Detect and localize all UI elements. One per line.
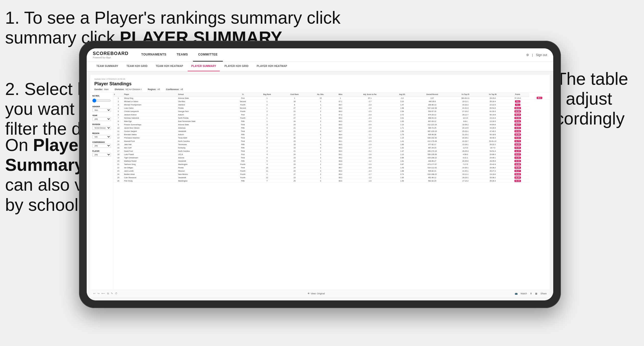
cell-0-9: -3.2 [391, 96, 413, 100]
table-row[interactable]: 7Nicholas GabrelcikNorth FloridaFourth12… [113, 116, 550, 120]
cell-13-12: 53-91-10 [479, 140, 506, 143]
copy-icon[interactable]: ⧉ [107, 292, 109, 295]
table-row[interactable]: 9Preston SummerhaysArizona StateThird324… [113, 123, 550, 126]
table-row[interactable]: 10Jacob Skov OlesenArkansasFifth321468.4… [113, 126, 550, 130]
cell-14-3: Fifth [232, 143, 254, 146]
cell-16-8: -0.2 [348, 149, 391, 153]
undo-icon[interactable]: ↩ [93, 292, 95, 295]
table-row[interactable]: 8Mats EgeEast Tennessee StateFifth124268… [113, 120, 550, 123]
share-label[interactable]: Share [540, 292, 547, 295]
cell-21-8: -0.9 [348, 166, 391, 169]
table-row[interactable]: 6Jackson KoivunAuburnFirst227167.3-2.02.… [113, 113, 550, 116]
cell-21-5: 24 [280, 166, 309, 169]
cell-0-8: 67.1 [348, 96, 391, 100]
cell-22-9: 1.68 [391, 169, 413, 173]
logo-area: SCOREBOARD Powered by clippi [93, 51, 128, 59]
download-icon[interactable]: ⬇ [530, 292, 532, 295]
sub-nav-team-h2h-heatmap[interactable]: TEAM H2H HEATMAP [152, 62, 187, 71]
table-row[interactable]: 11Gordon SargentVanderbiltThird421068.7-… [113, 130, 550, 133]
cell-16-6: 0 [309, 149, 333, 153]
table-row[interactable]: 5Christo LamprechtGeorgia TechFourth2212… [113, 110, 550, 113]
conference-select[interactable]: (All) [92, 144, 111, 148]
cell-17-12: 20-68-3 [479, 153, 506, 156]
table-row[interactable]: 17David FordNorth CarolinaThird421069.0-… [113, 149, 550, 153]
table-row[interactable]: 12Brendan ValdesAuburnFifth527068.4-1.11… [113, 133, 550, 136]
nav-item-committee[interactable]: COMMITTEE [193, 48, 223, 62]
division-select[interactable]: NCAA Division I [92, 126, 111, 130]
table-row[interactable]: 25Cole SherwoodVanderbiltFourth1223169.3… [113, 176, 550, 179]
table-row[interactable]: 4Luke ClatonFloridaSecond127268.2-1.61.9… [113, 106, 550, 110]
table-row[interactable]: 18Luke PowellUCLAFirst424169.1-1.81.1350… [113, 153, 550, 156]
sub-nav-player-h2h-heatmap[interactable]: PLAYER H2H HEATMAP [253, 62, 291, 71]
tablet-device: SCOREBOARD Powered by clippi TOURNAMENTS… [79, 41, 561, 308]
player-select[interactable]: (All) [92, 153, 111, 157]
table-row[interactable]: 1Wenyi DingArizona StateFirst1115167.1-3… [113, 96, 550, 100]
table-row[interactable]: 22Ian GilliganFloridaThird1024168.7-0.91… [113, 166, 550, 169]
bottom-toolbar: ↩ ↪ ⟵ ⧉ ✎ ⏱ 👁 View: Original 📺 [90, 290, 550, 297]
cell-12-8: -1.0 [348, 136, 391, 140]
table-row[interactable]: 26Petr HrubyWashingtonFifth725068.6-1.81… [113, 179, 550, 183]
region-select[interactable]: N/A [92, 135, 111, 139]
sub-nav-player-summary[interactable]: PLAYER SUMMARY [188, 62, 220, 71]
filter-region: Region: All [148, 88, 160, 91]
cell-2-0: 3 [113, 103, 123, 106]
nav-item-teams[interactable]: TEAMS [172, 48, 193, 62]
table-row[interactable]: 14Maxwell FordNorth CarolinaThird323069.… [113, 140, 550, 143]
cell-8-6: 1 [309, 123, 333, 126]
cell-14-9: 1.66 [391, 143, 413, 146]
cell-12-2: Texas A&M [177, 136, 232, 140]
table-row[interactable]: 15Jake HallTennesseeFifth718068.5-1.51.6… [113, 143, 550, 146]
cell-12-12: 38-46-4 [479, 136, 506, 140]
cell-18-10: 429-198-22 [413, 156, 452, 159]
cell-12-10: 628-192-30 [413, 136, 452, 140]
year-select[interactable]: (All) First Second Third Fourth Fifth [92, 117, 111, 121]
grid-icon[interactable]: ▦ [535, 292, 537, 295]
table-row[interactable]: 13Phichaksn MaichonTexas A&MThird630169.… [113, 136, 550, 140]
clock-icon[interactable]: ⏱ [115, 292, 118, 295]
cell-17-13: 53.37 [506, 153, 529, 156]
redo-icon[interactable]: ↪ [97, 292, 99, 295]
cell-10-4: 4 [254, 130, 280, 133]
cell-11-0: 12 [113, 133, 123, 136]
table-row[interactable]: 21Taehoon SongWashingtonFourth423169.3-1… [113, 163, 550, 166]
sidebar-division: Division NCAA Division I [92, 123, 111, 130]
cell-12-13: 53.83 [506, 136, 529, 140]
sub-nav-team-summary[interactable]: TEAM SUMMARY [93, 62, 122, 71]
table-row[interactable]: 16Alex GoffKentuckyFifth819068.3-1.71.92… [113, 146, 550, 149]
table-row[interactable]: 20Matthew RiedelVanderbiltFifth522168.8-… [113, 159, 550, 163]
cell-25-8: -1.8 [348, 179, 391, 183]
content-inner: Update time: 27/03/2024 16:56:26 Player … [90, 75, 550, 297]
cell-13-9: 1.41 [391, 140, 413, 143]
sub-nav-player-h2h-grid[interactable]: PLAYER H2H GRID [221, 62, 252, 71]
cell-19-2: Vanderbilt [177, 159, 232, 163]
table-row[interactable]: 2Michael Le SassoOle MissSecond118067.1-… [113, 100, 550, 103]
cell-7-11: 8-6-1 [452, 120, 480, 123]
cell-16-10: 406-172-16 [413, 149, 452, 153]
edit-icon[interactable]: ✎ [111, 292, 113, 295]
cell-1-5: 18 [280, 100, 309, 103]
cell-17-0: 18 [113, 153, 123, 156]
toolbar-icon-2[interactable]: ⟵ [101, 292, 105, 295]
cell-20-13: 40.98 [506, 163, 529, 166]
nav-item-tournaments[interactable]: TOURNAMENTS [136, 48, 172, 62]
gender-select[interactable]: Men Women [92, 108, 111, 112]
separator: | [532, 53, 533, 57]
cell-19-7: 68.8 [332, 159, 348, 163]
cell-7-10: 607-63-12 [413, 120, 452, 123]
cell-1-11: 19-11-1 [452, 100, 480, 103]
cell-5-5: 27 [280, 113, 309, 116]
sub-nav-team-h2h-grid[interactable]: TEAM H2H GRID [123, 62, 151, 71]
sign-out-link[interactable]: Sign out [536, 53, 547, 57]
settings-icon[interactable]: ⚙ [526, 53, 529, 57]
cell-4-13: 60.89 [506, 110, 529, 113]
watch-label[interactable]: Watch [521, 292, 527, 295]
table-row[interactable]: 24Bastien AmatNew MexicoFourth127269.4-1… [113, 173, 550, 176]
no-rds-slider[interactable] [92, 99, 111, 103]
table-row[interactable]: 23Jack LundinMissouriFourth1124068.6-2.3… [113, 169, 550, 173]
cell-15-6: 0 [309, 146, 333, 149]
cell-6-11: 14-3-3 [452, 116, 480, 120]
cell-13-8: -0.5 [348, 140, 391, 143]
table-row[interactable]: 3Michael ThorbjornsenStanfordFourth28168… [113, 103, 550, 106]
table-row[interactable]: 19Tiger ChristensenArizonaThird523269.2-… [113, 156, 550, 159]
col-header-no-rds: No. Rds. [309, 92, 333, 96]
